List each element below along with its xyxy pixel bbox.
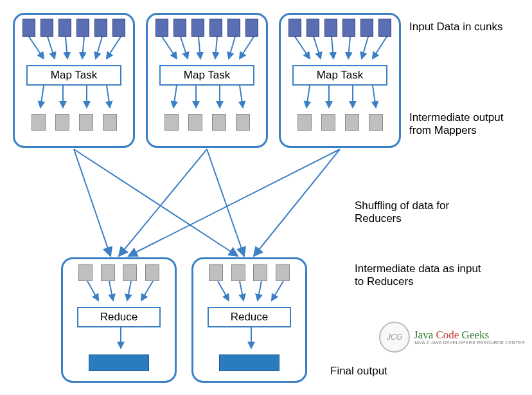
input-chunk bbox=[112, 19, 125, 37]
svg-line-22 bbox=[332, 37, 333, 59]
svg-line-12 bbox=[199, 37, 200, 59]
input-chunk bbox=[40, 19, 53, 37]
svg-line-36 bbox=[87, 281, 98, 300]
svg-line-34 bbox=[129, 149, 340, 256]
logo-word-geeks: Geeks bbox=[462, 329, 489, 341]
svg-line-16 bbox=[173, 86, 177, 107]
svg-line-21 bbox=[314, 37, 321, 59]
svg-line-10 bbox=[162, 37, 177, 59]
reducer-2: Reduce bbox=[191, 257, 307, 383]
intermediate-chunk bbox=[297, 114, 312, 131]
input-chunk bbox=[209, 19, 222, 37]
input-chunk bbox=[306, 19, 319, 37]
svg-line-43 bbox=[258, 281, 262, 300]
intermediate-chunk bbox=[55, 114, 69, 131]
svg-line-44 bbox=[272, 281, 283, 300]
svg-line-29 bbox=[373, 86, 376, 107]
arrows-to-maptask bbox=[281, 37, 403, 62]
input-chunk bbox=[245, 19, 258, 37]
svg-line-20 bbox=[295, 37, 310, 59]
intermediate-chunk bbox=[212, 114, 226, 131]
input-chunks bbox=[148, 15, 266, 37]
intermediate-chunk bbox=[164, 114, 179, 131]
map-task-label: Map Task bbox=[292, 65, 387, 86]
svg-line-2 bbox=[66, 37, 67, 59]
intermediate-chunk bbox=[31, 114, 46, 131]
arrows-from-maptask bbox=[281, 86, 403, 111]
arrows-to-reduce bbox=[193, 281, 309, 304]
intermediate-chunk bbox=[369, 114, 383, 131]
map-task-label: Map Task bbox=[159, 65, 254, 86]
logo-badge-icon: JCG bbox=[379, 322, 410, 353]
mapper-2: Map Task bbox=[146, 13, 268, 148]
reduce-task-label: Reduce bbox=[77, 307, 161, 327]
intermediate-chunk bbox=[253, 264, 267, 281]
svg-line-24 bbox=[362, 37, 368, 59]
svg-line-11 bbox=[181, 37, 188, 59]
svg-line-9 bbox=[107, 86, 110, 107]
input-chunk bbox=[288, 19, 301, 37]
intermediate-chunk bbox=[79, 114, 93, 131]
svg-line-13 bbox=[215, 37, 217, 59]
input-chunk bbox=[191, 19, 204, 37]
mapper-1: Map Task bbox=[13, 13, 135, 148]
svg-line-37 bbox=[109, 281, 113, 300]
intermediate-chunk bbox=[123, 264, 137, 281]
intermediate-chunk bbox=[276, 264, 290, 281]
input-chunk bbox=[342, 19, 355, 37]
svg-line-30 bbox=[74, 149, 111, 256]
arrows-to-maptask bbox=[148, 37, 270, 62]
intermediate-chunk bbox=[78, 264, 93, 281]
intermediate-chunk bbox=[345, 114, 359, 131]
intermediate-chunk bbox=[101, 264, 115, 281]
logo-text: Java Code Geeks JAVA 2 JAVA DEVELOPERS R… bbox=[414, 329, 525, 345]
arrows-from-maptask bbox=[15, 86, 137, 111]
svg-line-31 bbox=[74, 149, 238, 256]
input-chunks bbox=[15, 15, 133, 37]
svg-line-26 bbox=[306, 86, 310, 107]
logo-tagline: JAVA 2 JAVA DEVELOPERS RESOURCE CENTER bbox=[414, 340, 525, 345]
arrow-reduce-out bbox=[63, 327, 179, 352]
input-chunk bbox=[76, 19, 89, 37]
svg-line-19 bbox=[240, 86, 243, 107]
svg-line-33 bbox=[207, 149, 244, 256]
intermediate-chunk bbox=[209, 264, 223, 281]
svg-line-6 bbox=[40, 86, 44, 107]
label-intermediate-output: Intermediate output from Mappers bbox=[409, 111, 525, 138]
intermediate-outputs bbox=[281, 114, 399, 131]
input-chunk bbox=[227, 19, 240, 37]
svg-line-1 bbox=[48, 37, 55, 59]
label-intermediate-input: Intermediate data as input to Reducers bbox=[355, 262, 483, 289]
input-chunk bbox=[58, 19, 71, 37]
svg-line-35 bbox=[254, 149, 340, 256]
label-input-data: Input Data in cunks bbox=[409, 21, 525, 33]
intermediate-chunk bbox=[231, 264, 245, 281]
final-output-block bbox=[89, 354, 149, 371]
svg-line-4 bbox=[96, 37, 102, 59]
input-chunk bbox=[22, 19, 35, 37]
svg-line-3 bbox=[82, 37, 84, 59]
svg-line-25 bbox=[373, 37, 387, 59]
svg-line-5 bbox=[107, 37, 121, 59]
map-task-label: Map Task bbox=[26, 65, 121, 86]
intermediate-chunk bbox=[188, 114, 202, 131]
input-chunk bbox=[324, 19, 337, 37]
input-chunks bbox=[281, 15, 399, 37]
svg-line-41 bbox=[218, 281, 229, 300]
svg-line-42 bbox=[240, 281, 244, 300]
logo-javacodegeeks: JCG Java Code Geeks JAVA 2 JAVA DEVELOPE… bbox=[379, 322, 525, 353]
intermediate-chunk bbox=[145, 264, 159, 281]
arrows-to-reduce bbox=[63, 281, 179, 304]
input-chunk bbox=[94, 19, 107, 37]
logo-word-code: Code bbox=[436, 329, 459, 341]
reduce-task-label: Reduce bbox=[208, 307, 291, 327]
reducer-inputs bbox=[193, 259, 305, 281]
input-chunk bbox=[378, 19, 391, 37]
intermediate-outputs bbox=[148, 114, 266, 131]
svg-line-15 bbox=[240, 37, 254, 59]
label-final-output: Final output bbox=[330, 365, 387, 378]
intermediate-chunk bbox=[321, 114, 335, 131]
svg-line-14 bbox=[229, 37, 235, 59]
intermediate-chunk bbox=[236, 114, 250, 131]
arrows-from-maptask bbox=[148, 86, 270, 111]
